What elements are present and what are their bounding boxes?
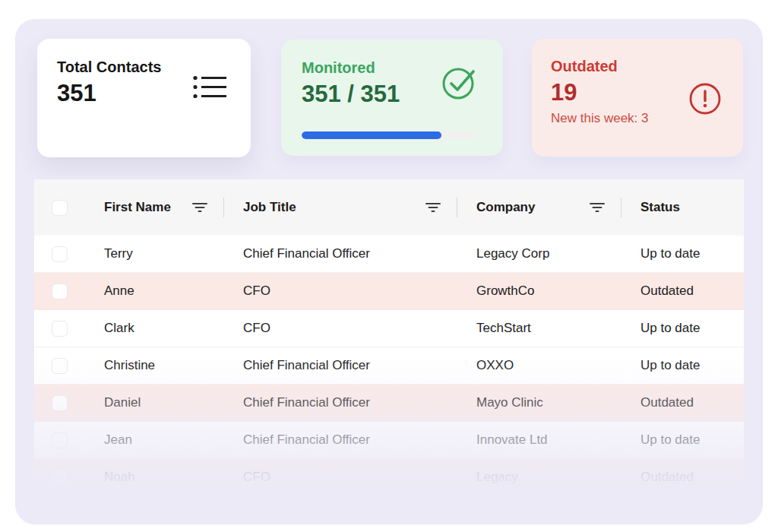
row-checkbox[interactable] xyxy=(52,395,68,411)
contacts-table: First Name Job Title xyxy=(34,179,744,496)
column-divider xyxy=(223,198,225,217)
cell-company: OXXO xyxy=(476,358,640,373)
total-contacts-label: Total Contacts xyxy=(57,58,231,77)
column-header-company[interactable]: Company xyxy=(476,179,640,236)
cell-status: Outdated xyxy=(640,395,744,410)
cell-first-name: Anne xyxy=(104,283,243,299)
column-label: Job Title xyxy=(243,200,296,215)
cell-first-name: Noah xyxy=(104,470,243,485)
column-header-first-name[interactable]: First Name xyxy=(104,179,243,236)
row-checkbox[interactable] xyxy=(52,432,68,448)
table-row[interactable]: Christine Chief Financial Officer OXXO U… xyxy=(34,347,744,385)
header-checkbox-cell xyxy=(34,179,104,236)
column-header-job-title[interactable]: Job Title xyxy=(243,179,476,236)
table-row[interactable]: Jean Chief Financial Officer Innovate Lt… xyxy=(34,422,744,459)
cell-status: Up to date xyxy=(640,246,744,261)
row-checkbox[interactable] xyxy=(52,358,68,374)
cell-status: Up to date xyxy=(640,432,744,448)
column-label: First Name xyxy=(104,200,171,215)
cell-first-name: Terry xyxy=(104,246,243,261)
row-checkbox[interactable] xyxy=(52,246,68,262)
table-row[interactable]: Clark CFO TechStart Up to date xyxy=(34,310,744,347)
cell-company: TechStart xyxy=(476,321,640,336)
column-label: Status xyxy=(640,200,680,215)
table-row[interactable]: Anne CFO GrowthCo Outdated xyxy=(34,273,744,310)
cell-first-name: Jean xyxy=(104,432,243,448)
total-contacts-card: Total Contacts 351 xyxy=(37,39,251,157)
cell-job-title: Chief Financial Officer xyxy=(243,432,476,448)
cell-job-title: CFO xyxy=(243,470,476,485)
filter-icon[interactable] xyxy=(425,201,441,214)
monitored-progress-bar xyxy=(302,131,476,139)
column-divider xyxy=(621,198,622,217)
column-label: Company xyxy=(476,200,535,215)
column-divider xyxy=(457,198,458,217)
row-checkbox[interactable] xyxy=(52,283,68,299)
cell-company: Legacy Corp xyxy=(476,246,640,261)
cell-status: Up to date xyxy=(640,358,744,373)
cell-job-title: CFO xyxy=(243,283,476,299)
cell-status: Outdated xyxy=(640,470,744,485)
cell-job-title: Chief Financial Officer xyxy=(243,246,476,261)
cell-company: GrowthCo xyxy=(476,283,640,299)
list-icon[interactable] xyxy=(193,75,228,102)
cell-status: Outdated xyxy=(640,283,744,299)
cell-company: Legacy xyxy=(476,470,640,485)
outdated-card: Outdated 19 New this week: 3 xyxy=(532,39,743,157)
check-circle-icon xyxy=(440,62,479,105)
cell-company: Mayo Clinic xyxy=(476,395,640,410)
cell-job-title: CFO xyxy=(243,321,476,336)
cell-first-name: Daniel xyxy=(104,395,243,410)
row-checkbox[interactable] xyxy=(52,321,68,337)
filter-icon[interactable] xyxy=(192,201,207,214)
table-header: First Name Job Title xyxy=(34,179,744,236)
progress-fill xyxy=(302,131,441,139)
table-row[interactable]: Noah CFO Legacy Outdated xyxy=(34,459,744,496)
select-all-checkbox[interactable] xyxy=(52,200,68,216)
filter-icon[interactable] xyxy=(590,201,605,214)
table-row[interactable]: Terry Chief Financial Officer Legacy Cor… xyxy=(34,236,744,273)
cell-first-name: Clark xyxy=(104,321,243,336)
monitored-card: Monitored 351 / 351 xyxy=(281,40,503,156)
column-header-status[interactable]: Status xyxy=(640,179,744,236)
cell-job-title: Chief Financial Officer xyxy=(243,395,476,410)
cell-first-name: Christine xyxy=(104,358,243,373)
row-checkbox[interactable] xyxy=(52,470,68,486)
cell-job-title: Chief Financial Officer xyxy=(243,358,476,373)
cell-company: Innovate Ltd xyxy=(476,432,640,448)
cell-status: Up to date xyxy=(640,321,744,336)
outdated-label: Outdated xyxy=(551,57,724,76)
table-row[interactable]: Daniel Chief Financial Officer Mayo Clin… xyxy=(34,385,744,422)
alert-circle-icon xyxy=(688,82,722,119)
